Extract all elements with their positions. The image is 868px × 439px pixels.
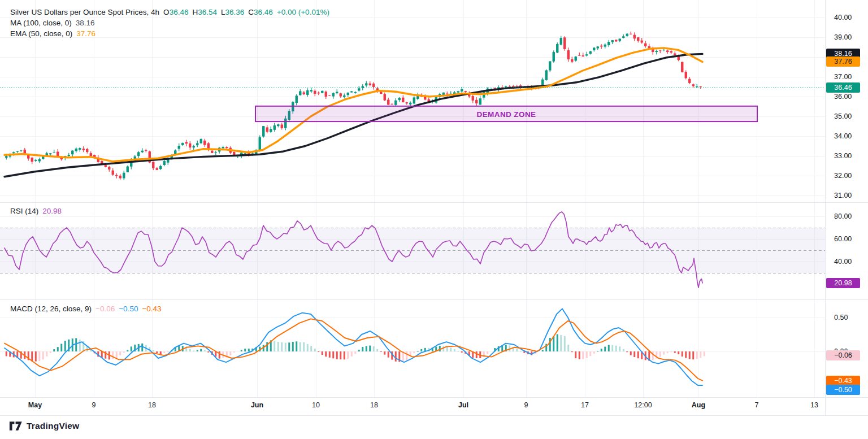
symbol-legend-row[interactable]: Silver US Dollars per Ounce Spot Prices,…: [10, 8, 329, 16]
ohlc-low: L36.36: [221, 8, 244, 16]
price-axis-label: 40.00: [834, 14, 852, 21]
price-badge: 37.76: [826, 56, 860, 67]
macd-axis-label: 0.50: [834, 314, 848, 321]
tradingview-logo-icon: [9, 420, 23, 432]
price-axis-label: 34.00: [834, 132, 852, 140]
time-axis-label: May: [28, 401, 42, 409]
ohlc-close: C36.46: [248, 8, 273, 16]
ma-name: MA (100, close, 0): [10, 19, 72, 27]
time-axis-label: 10: [312, 401, 320, 409]
rsi-name: RSI (14): [10, 207, 38, 215]
macd-legend-row[interactable]: MACD (12, 26, close, 9) −0.06 −0.50 −0.4…: [10, 305, 162, 313]
time-axis-label: 18: [148, 401, 156, 409]
main-legend: Silver US Dollars per Ounce Spot Prices,…: [10, 8, 329, 38]
price-axis-label: 39.00: [834, 33, 852, 41]
macd-hist-value: −0.06: [96, 305, 115, 313]
time-axis-label: 12:00: [634, 401, 652, 409]
ma-legend-row[interactable]: MA (100, close, 0) 38.16: [10, 19, 329, 27]
chart-canvas[interactable]: [0, 0, 868, 439]
price-change: +0.00 (+0.01%): [277, 8, 329, 16]
rsi-legend-row[interactable]: RSI (14) 20.98: [10, 207, 62, 215]
ema-value: 37.76: [76, 29, 96, 38]
price-badge: 36.46: [826, 82, 860, 93]
ma-value: 38.16: [76, 19, 95, 27]
time-axis-label: 9: [524, 401, 528, 409]
rsi-badge: 20.98: [826, 278, 860, 288]
rsi-axis-label: 60.00: [834, 235, 852, 243]
rsi-axis-label: 40.00: [834, 258, 852, 266]
time-axis-label: Jul: [458, 401, 468, 409]
macd-line-value: −0.50: [119, 305, 138, 313]
time-axis-label: Aug: [692, 401, 705, 409]
ohlc-open: O36.46: [163, 8, 188, 16]
rsi-value: 20.98: [42, 207, 62, 215]
time-axis-label: 7: [755, 401, 759, 409]
tradingview-logo-text: TradingView: [27, 421, 79, 431]
tradingview-chart: Silver US Dollars per Ounce Spot Prices,…: [0, 0, 868, 439]
price-axis-label: 31.00: [834, 192, 852, 199]
rsi-axis-label: 80.00: [834, 212, 852, 220]
ema-legend-row[interactable]: EMA (50, close, 0) 37.76: [10, 29, 329, 38]
time-axis-label: Jun: [251, 401, 263, 409]
price-axis-label: 33.00: [834, 152, 852, 160]
price-axis-label: 36.00: [834, 93, 852, 101]
price-axis-label: 32.00: [834, 172, 852, 180]
macd-badge: −0.06: [826, 350, 860, 360]
price-axis-label: 37.00: [834, 73, 852, 81]
price-axis-label: 35.00: [834, 112, 852, 120]
rsi-legend: RSI (14) 20.98: [10, 207, 62, 215]
macd-name: MACD (12, 26, close, 9): [10, 305, 92, 313]
macd-signal-value: −0.43: [142, 305, 161, 313]
macd-legend: MACD (12, 26, close, 9) −0.06 −0.50 −0.4…: [10, 305, 162, 313]
tradingview-logo[interactable]: TradingView: [9, 420, 79, 432]
time-axis-label: 13: [810, 401, 818, 409]
macd-badge: −0.50: [826, 385, 860, 395]
time-axis-label: 17: [581, 401, 589, 409]
symbol-title: Silver US Dollars per Ounce Spot Prices,…: [10, 8, 159, 16]
time-axis-label: 18: [370, 401, 378, 409]
demand-zone-label[interactable]: DEMAND ZONE: [255, 108, 757, 121]
ema-name: EMA (50, close, 0): [10, 29, 72, 38]
time-axis-label: 9: [92, 401, 96, 409]
ohlc-high: H36.54: [192, 8, 217, 16]
